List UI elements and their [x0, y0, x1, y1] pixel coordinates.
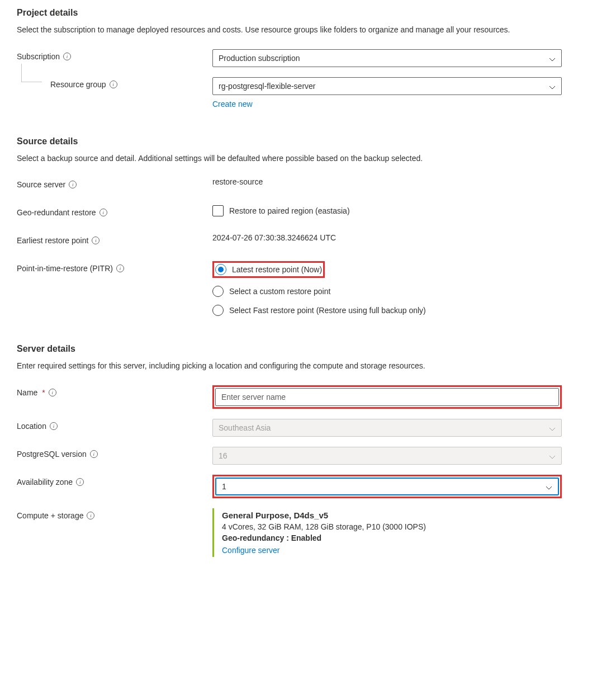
pitr-radio-fast[interactable]: Select Fast restore point (Restore using… [212, 305, 562, 316]
info-icon[interactable]: i [63, 53, 71, 60]
chevron-down-icon [549, 55, 556, 62]
source-server-label: Source server [17, 180, 65, 189]
server-name-label: Name [17, 388, 37, 397]
resource-group-label: Resource group [50, 80, 106, 89]
availability-zone-label: Availability zone [17, 478, 73, 486]
info-icon[interactable]: i [90, 450, 98, 458]
required-asterisk: * [42, 388, 45, 397]
info-icon[interactable]: i [69, 181, 77, 188]
source-server-value: restore-source [212, 177, 562, 186]
info-icon[interactable]: i [76, 478, 84, 486]
radio-icon [215, 264, 226, 275]
pitr-radio-custom-label: Select a custom restore point [229, 287, 330, 296]
availability-zone-value: 1 [222, 482, 226, 491]
pg-version-label: PostgreSQL version [17, 450, 87, 459]
geo-restore-checkbox-label: Restore to paired region (eastasia) [229, 206, 350, 215]
pitr-radio-latest-label: Latest restore point (Now) [232, 265, 322, 274]
chevron-down-icon [549, 83, 556, 89]
project-details-heading: Project details [17, 8, 599, 18]
subscription-label: Subscription [17, 52, 60, 61]
radio-icon [212, 305, 224, 316]
configure-server-link[interactable]: Configure server [222, 546, 280, 555]
info-icon[interactable]: i [92, 237, 99, 244]
info-icon[interactable]: i [50, 422, 58, 430]
project-details-desc: Select the subscription to manage deploy… [17, 25, 599, 36]
compute-geo: Geo-redundancy : Enabled [222, 533, 554, 542]
chevron-down-icon [549, 424, 556, 431]
compute-tier: General Purpose, D4ds_v5 [222, 511, 554, 520]
location-value: Southeast Asia [219, 423, 271, 432]
chevron-down-icon [549, 452, 556, 459]
subscription-value: Production subscription [219, 54, 300, 63]
resource-group-select[interactable]: rg-postgresql-flexible-server [212, 77, 562, 95]
server-name-input[interactable] [221, 393, 553, 401]
earliest-restore-label: Earliest restore point [17, 236, 88, 245]
earliest-restore-value: 2024-07-26 07:30:38.3246624 UTC [212, 233, 562, 242]
info-icon[interactable]: i [99, 209, 107, 216]
chevron-down-icon [546, 483, 552, 490]
compute-storage-label: Compute + storage [17, 511, 83, 520]
info-icon[interactable]: i [116, 264, 124, 272]
pg-version-select: 16 [212, 447, 562, 465]
geo-restore-checkbox[interactable] [212, 205, 224, 216]
pitr-radio-fast-label: Select Fast restore point (Restore using… [229, 306, 426, 315]
pitr-radio-custom[interactable]: Select a custom restore point [212, 286, 562, 297]
server-details-heading: Server details [17, 344, 599, 354]
compute-spec: 4 vCores, 32 GiB RAM, 128 GiB storage, P… [222, 522, 554, 531]
compute-storage-summary: General Purpose, D4ds_v5 4 vCores, 32 Gi… [212, 508, 562, 557]
pitr-radio-latest[interactable]: Latest restore point (Now) [215, 264, 322, 275]
resource-group-value: rg-postgresql-flexible-server [219, 82, 316, 91]
server-details-desc: Enter required settings for this server,… [17, 361, 599, 372]
subscription-select[interactable]: Production subscription [212, 49, 562, 67]
availability-zone-select[interactable]: 1 [215, 478, 559, 495]
server-name-input-wrapper [215, 388, 559, 406]
radio-icon [212, 286, 224, 297]
create-new-link[interactable]: Create new [212, 100, 253, 108]
pitr-label: Point-in-time-restore (PITR) [17, 264, 113, 273]
info-icon[interactable]: i [110, 81, 117, 88]
geo-redundant-label: Geo-redundant restore [17, 208, 96, 217]
pg-version-value: 16 [219, 451, 228, 460]
info-icon[interactable]: i [49, 389, 56, 396]
location-select: Southeast Asia [212, 419, 562, 437]
pitr-radio-group: Latest restore point (Now) Select a cust… [212, 261, 562, 316]
location-label: Location [17, 422, 46, 431]
info-icon[interactable]: i [87, 512, 94, 519]
source-details-heading: Source details [17, 136, 599, 147]
source-details-desc: Select a backup source and detail. Addit… [17, 153, 599, 164]
